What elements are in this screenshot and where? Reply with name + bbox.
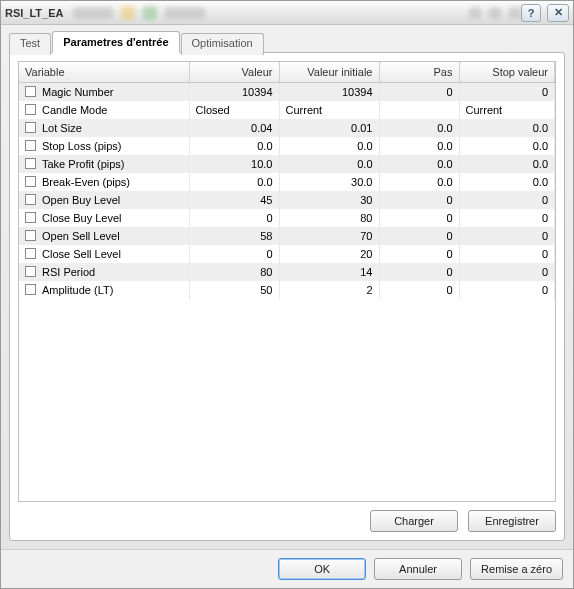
value-cell[interactable]: 0.0 (189, 173, 279, 191)
step-cell[interactable]: 0 (379, 83, 459, 101)
ok-button[interactable]: OK (278, 558, 366, 580)
stop-cell[interactable]: 0.0 (459, 173, 555, 191)
table-row[interactable]: Close Sell Level02000 (19, 245, 555, 263)
initial-cell[interactable]: 20 (279, 245, 379, 263)
value-cell[interactable]: 0.04 (189, 119, 279, 137)
table-row[interactable]: Take Profit (pips)10.00.00.00.0 (19, 155, 555, 173)
table-row[interactable]: Lot Size0.040.010.00.0 (19, 119, 555, 137)
variable-cell[interactable]: Magic Number (19, 83, 189, 101)
variable-cell[interactable]: Lot Size (19, 119, 189, 137)
variable-cell[interactable]: RSI Period (19, 263, 189, 281)
value-cell[interactable]: 0 (189, 245, 279, 263)
step-cell[interactable]: 0.0 (379, 119, 459, 137)
initial-cell[interactable]: 80 (279, 209, 379, 227)
tab-parameters[interactable]: Parametres d'entrée (52, 31, 179, 53)
step-cell[interactable]: 0 (379, 245, 459, 263)
help-button[interactable]: ? (521, 4, 541, 22)
stop-cell[interactable]: 0 (459, 83, 555, 101)
stop-cell[interactable]: 0.0 (459, 119, 555, 137)
col-variable[interactable]: Variable (19, 62, 189, 83)
cancel-button[interactable]: Annuler (374, 558, 462, 580)
step-cell[interactable]: 0 (379, 209, 459, 227)
initial-cell[interactable]: 14 (279, 263, 379, 281)
initial-cell[interactable]: 0.01 (279, 119, 379, 137)
row-checkbox[interactable] (25, 194, 36, 205)
step-cell[interactable]: 0 (379, 281, 459, 299)
tab-optimisation[interactable]: Optimisation (181, 33, 264, 55)
stop-cell[interactable]: 0 (459, 281, 555, 299)
row-checkbox[interactable] (25, 86, 36, 97)
table-row[interactable]: Open Sell Level587000 (19, 227, 555, 245)
stop-cell[interactable]: 0 (459, 191, 555, 209)
value-cell[interactable]: 0.0 (189, 137, 279, 155)
value-cell[interactable]: 0 (189, 209, 279, 227)
value-cell[interactable]: 80 (189, 263, 279, 281)
step-cell[interactable]: 0.0 (379, 137, 459, 155)
step-cell[interactable] (379, 101, 459, 119)
variable-cell[interactable]: Open Sell Level (19, 227, 189, 245)
initial-cell[interactable]: 10394 (279, 83, 379, 101)
row-checkbox[interactable] (25, 122, 36, 133)
initial-cell[interactable]: 0.0 (279, 155, 379, 173)
row-checkbox[interactable] (25, 230, 36, 241)
col-initial[interactable]: Valeur initiale (279, 62, 379, 83)
row-checkbox[interactable] (25, 212, 36, 223)
value-cell[interactable]: 45 (189, 191, 279, 209)
value-cell[interactable]: 10.0 (189, 155, 279, 173)
variable-cell[interactable]: Amplitude (LT) (19, 281, 189, 299)
step-cell[interactable]: 0 (379, 227, 459, 245)
row-checkbox[interactable] (25, 248, 36, 259)
stop-cell[interactable]: 0 (459, 209, 555, 227)
close-button[interactable]: ✕ (547, 4, 569, 22)
row-checkbox[interactable] (25, 284, 36, 295)
stop-cell[interactable]: 0 (459, 227, 555, 245)
tab-test[interactable]: Test (9, 33, 51, 55)
table-row[interactable]: Break-Even (pips)0.030.00.00.0 (19, 173, 555, 191)
table-row[interactable]: Open Buy Level453000 (19, 191, 555, 209)
row-checkbox[interactable] (25, 104, 36, 115)
load-button[interactable]: Charger (370, 510, 458, 532)
initial-cell[interactable]: Current (279, 101, 379, 119)
step-cell[interactable]: 0.0 (379, 173, 459, 191)
row-checkbox[interactable] (25, 158, 36, 169)
save-button[interactable]: Enregistrer (468, 510, 556, 532)
col-value[interactable]: Valeur (189, 62, 279, 83)
initial-cell[interactable]: 70 (279, 227, 379, 245)
row-checkbox[interactable] (25, 140, 36, 151)
table-row[interactable]: Candle ModeClosedCurrentCurrent (19, 101, 555, 119)
value-cell[interactable]: 10394 (189, 83, 279, 101)
initial-cell[interactable]: 2 (279, 281, 379, 299)
stop-cell[interactable]: 0.0 (459, 137, 555, 155)
stop-cell[interactable]: 0 (459, 263, 555, 281)
variable-cell[interactable]: Close Sell Level (19, 245, 189, 263)
stop-cell[interactable]: 0 (459, 245, 555, 263)
initial-cell[interactable]: 0.0 (279, 137, 379, 155)
variable-cell[interactable]: Close Buy Level (19, 209, 189, 227)
row-checkbox[interactable] (25, 176, 36, 187)
step-cell[interactable]: 0 (379, 191, 459, 209)
value-cell[interactable]: 58 (189, 227, 279, 245)
variable-cell[interactable]: Break-Even (pips) (19, 173, 189, 191)
variable-cell[interactable]: Stop Loss (pips) (19, 137, 189, 155)
variable-cell[interactable]: Open Buy Level (19, 191, 189, 209)
variable-cell[interactable]: Candle Mode (19, 101, 189, 119)
variable-cell[interactable]: Take Profit (pips) (19, 155, 189, 173)
table-row[interactable]: Stop Loss (pips)0.00.00.00.0 (19, 137, 555, 155)
value-cell[interactable]: Closed (189, 101, 279, 119)
table-row[interactable]: Close Buy Level08000 (19, 209, 555, 227)
step-cell[interactable]: 0 (379, 263, 459, 281)
reset-button[interactable]: Remise a zéro (470, 558, 563, 580)
initial-cell[interactable]: 30 (279, 191, 379, 209)
stop-cell[interactable]: Current (459, 101, 555, 119)
col-step[interactable]: Pas (379, 62, 459, 83)
stop-cell[interactable]: 0.0 (459, 155, 555, 173)
row-checkbox[interactable] (25, 266, 36, 277)
initial-cell[interactable]: 30.0 (279, 173, 379, 191)
step-cell[interactable]: 0.0 (379, 155, 459, 173)
table-row[interactable]: RSI Period801400 (19, 263, 555, 281)
col-stop[interactable]: Stop valeur (459, 62, 555, 83)
table-row[interactable]: Magic Number103941039400 (19, 83, 555, 101)
table-row[interactable]: Amplitude (LT)50200 (19, 281, 555, 299)
titlebar[interactable]: RSI_LT_EA ? ✕ (1, 1, 573, 25)
value-cell[interactable]: 50 (189, 281, 279, 299)
